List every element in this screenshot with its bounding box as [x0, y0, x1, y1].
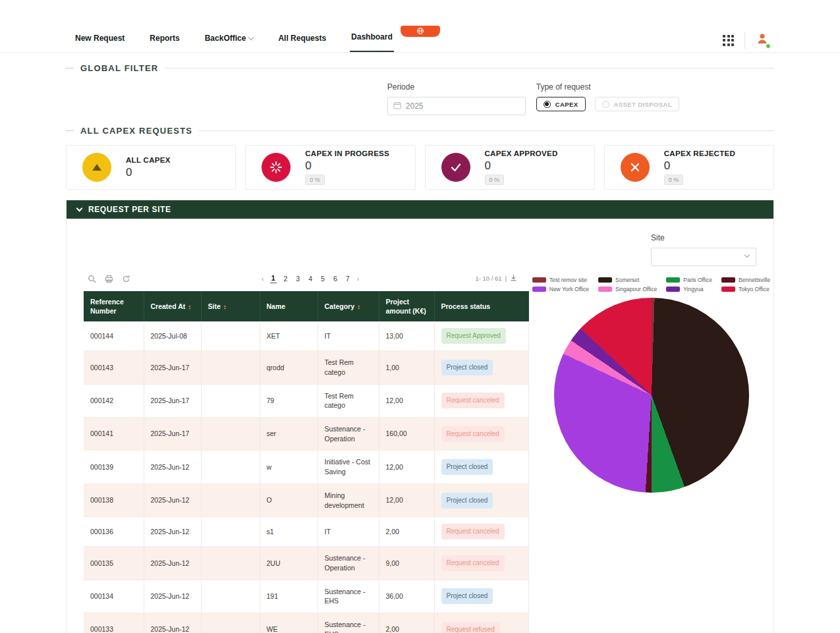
card-value: 0	[126, 166, 171, 179]
type-option-label: ASSET DISPOSAL	[614, 101, 672, 108]
table-row-000134[interactable]: 0001342025-Jun-12191Sustenance - EHS36,0…	[84, 580, 528, 613]
column-header-category[interactable]: Category▲▼	[318, 291, 379, 321]
table-row-000136[interactable]: 0001362025-Jun-12s1IT2,00Request cancele…	[84, 517, 528, 547]
nav-item-label: New Request	[75, 34, 125, 43]
card-percent-badge: 0 %	[485, 175, 505, 185]
legend-label: Somerset	[615, 277, 639, 283]
legend-label: Paris Office	[683, 277, 712, 283]
cell-site	[201, 384, 260, 417]
notification-pill[interactable]	[401, 26, 440, 37]
online-status-dot	[766, 43, 771, 49]
cell-name: O	[260, 483, 318, 516]
pagination-page-6[interactable]: 6	[332, 274, 339, 283]
refresh-icon[interactable]	[122, 274, 130, 286]
legend-item-new-york-office[interactable]: New York Office	[532, 286, 589, 292]
table-row-000139[interactable]: 0001392025-Jun-12wInitiative - Cost Savi…	[84, 451, 528, 483]
status-badge: Request refused	[441, 622, 500, 633]
apps-grid-icon[interactable]	[723, 35, 734, 46]
panel-collapse-header[interactable]: REQUEST PER SITE	[67, 200, 773, 219]
legend-item-tokyo-office[interactable]: Tokyo Office	[721, 286, 770, 292]
column-header-site[interactable]: Site▲▼	[201, 291, 260, 321]
column-header-created-at[interactable]: Created At▲▼	[144, 291, 201, 321]
title-rule	[165, 68, 774, 69]
nav-item-reports[interactable]: Reports	[148, 27, 181, 52]
print-icon[interactable]	[105, 274, 113, 286]
column-header-process-status: Process status	[434, 291, 528, 321]
download-icon[interactable]	[510, 274, 517, 283]
periode-input-box[interactable]	[387, 97, 526, 115]
legend-item-paris-office[interactable]: Paris Office	[666, 277, 712, 283]
pagination-page-4[interactable]: 4	[307, 274, 314, 283]
pagination-page-3[interactable]: 3	[294, 274, 301, 283]
main-content: GLOBAL FILTER Periode Type of request CA…	[0, 63, 840, 633]
legend-label: Bennettsville	[739, 277, 770, 283]
type-of-request-label: Type of request	[536, 82, 679, 92]
periode-input[interactable]	[406, 101, 505, 111]
nav-item-all-requests[interactable]: All Requests	[277, 27, 327, 52]
card-label: CAPEX IN PROGRESS	[305, 150, 389, 157]
table-row-000142[interactable]: 0001422025-Jun-1779Test Rem catego12,00R…	[84, 384, 528, 417]
cell-created-at: 2025-Jun-17	[144, 384, 201, 417]
cell-amount: 12,00	[379, 483, 434, 516]
cell-status: Request canceled	[434, 384, 528, 417]
status-badge: Project closed	[441, 360, 493, 375]
column-header-name: Name	[260, 291, 318, 321]
pagination-next[interactable]: ›	[357, 275, 360, 283]
pagination-page-5[interactable]: 5	[320, 274, 326, 283]
column-header-label: Name	[267, 302, 286, 310]
pagination-page-7[interactable]: 7	[345, 274, 351, 283]
cell-site	[201, 451, 260, 483]
table-header-row: Reference NumberCreated At▲▼Site▲▼NameCa…	[84, 291, 528, 321]
summary-cards: ALL CAPEX0CAPEX IN PROGRESS00 %CAPEX APP…	[66, 145, 774, 190]
cell-reference: 000133	[84, 613, 144, 633]
type-option-capex[interactable]: CAPEX	[536, 97, 586, 111]
cell-name: w	[260, 451, 318, 483]
cell-created-at: 2025-Jun-12	[144, 547, 201, 580]
pie-chart[interactable]	[554, 298, 749, 493]
table-row-000138[interactable]: 0001382025-Jun-12OMining development12,0…	[84, 483, 528, 516]
cell-reference: 000138	[84, 483, 144, 516]
card-value: 0	[664, 159, 735, 173]
cell-category: Mining development	[318, 483, 379, 516]
globe-icon	[416, 26, 424, 38]
site-select[interactable]	[651, 248, 756, 266]
capex-summary-title: ALL CAPEX REQUESTS	[80, 126, 192, 136]
legend-item-singapour-office[interactable]: Singapour Office	[598, 286, 657, 292]
pagination-page-1[interactable]: 1	[270, 273, 277, 283]
cell-amount: 12,00	[379, 384, 434, 417]
table-row-000133[interactable]: 0001332025-Jun-12WESustenance - EHS2,00R…	[84, 613, 528, 633]
cell-name: s1	[260, 517, 318, 547]
nav-item-dashboard[interactable]: Dashboard	[350, 26, 394, 52]
cell-status: Request canceled	[434, 418, 528, 451]
cell-created-at: 2025-Jun-12	[144, 483, 201, 516]
nav-item-backoffice[interactable]: BackOffice	[204, 27, 255, 52]
legend-item-test-remov-site[interactable]: Test remov site	[532, 277, 589, 283]
table-row-000141[interactable]: 0001412025-Jun-17serSustenance - Operati…	[84, 418, 528, 451]
table-row-000135[interactable]: 0001352025-Jun-122UUSustenance - Operati…	[84, 547, 528, 580]
user-avatar[interactable]	[756, 32, 769, 48]
column-header-label: Process status	[441, 302, 491, 310]
chevron-down-icon	[744, 252, 750, 258]
legend-swatch	[598, 287, 612, 292]
nav-item-new-request[interactable]: New Request	[74, 27, 126, 52]
legend-item-somerset[interactable]: Somerset	[598, 277, 657, 283]
table-body: 0001442025-Jul-08XETIT13,00Request Appro…	[84, 321, 528, 633]
search-icon[interactable]	[88, 274, 96, 286]
pagination-prev[interactable]: ‹	[262, 275, 264, 283]
cell-category: Test Rem catego	[318, 351, 379, 384]
column-header-label: Category	[325, 302, 355, 310]
legend-item-bennettsville[interactable]: Bennettsville	[721, 277, 770, 283]
table-row-000143[interactable]: 0001432025-Jun-17qroddTest Rem catego1,0…	[84, 351, 528, 384]
status-badge: Request canceled	[441, 524, 505, 539]
legend-item-yingyua[interactable]: Yingyua	[666, 286, 712, 292]
table-pagination-top: ‹1234567›	[262, 273, 359, 283]
cell-name: ser	[260, 418, 318, 451]
cell-reference: 000134	[84, 580, 144, 613]
type-of-request-options: CAPEXASSET DISPOSAL	[536, 97, 679, 111]
type-option-asset-disposal[interactable]: ASSET DISPOSAL	[595, 97, 679, 111]
pagination-page-2[interactable]: 2	[283, 274, 289, 283]
table-row-000144[interactable]: 0001442025-Jul-08XETIT13,00Request Appro…	[84, 321, 528, 351]
title-tick	[66, 130, 74, 131]
cell-category: IT	[318, 517, 379, 547]
cell-created-at: 2025-Jun-12	[144, 613, 201, 633]
